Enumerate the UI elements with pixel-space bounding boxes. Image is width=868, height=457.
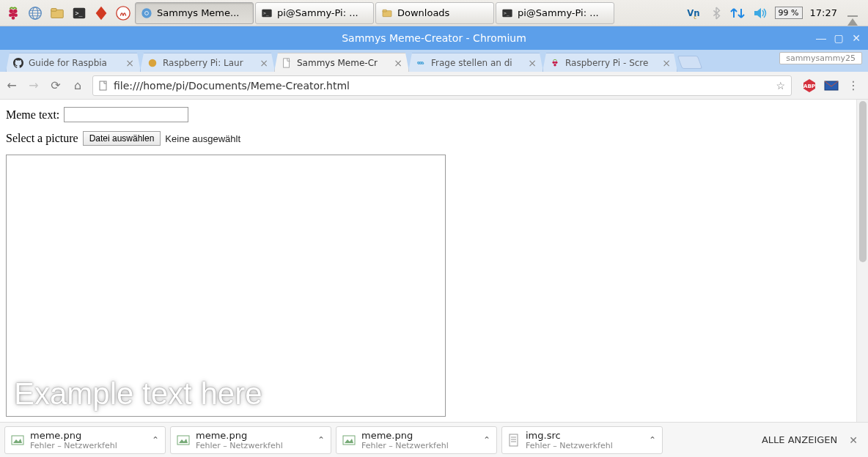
tab-frage-stellen[interactable]: Frage stellen an di ×: [408, 53, 543, 72]
file-status-text: Keine ausgewählt: [165, 133, 240, 144]
svg-point-32: [553, 61, 556, 64]
window-minimize-button[interactable]: ―: [814, 31, 828, 45]
svg-text:>_: >_: [504, 10, 510, 16]
scrollbar-thumb[interactable]: [859, 101, 867, 262]
terminal-icon[interactable]: >_: [69, 3, 89, 23]
image-file-icon: [11, 434, 24, 447]
svg-text:V: V: [687, 7, 694, 18]
page-scrollbar[interactable]: [856, 100, 868, 422]
meme-text-input[interactable]: [64, 107, 188, 122]
taskbar-app-label: Downloads: [397, 7, 449, 18]
svg-point-1: [13, 9, 18, 13]
github-icon: [12, 57, 24, 69]
taskbar-app-label: pi@Sammy-Pi: ...: [277, 7, 358, 18]
taskbar-app-chromium[interactable]: Sammys Meme...: [135, 2, 254, 24]
home-button[interactable]: ⌂: [70, 78, 85, 92]
eject-icon[interactable]: [845, 7, 861, 18]
tab-label: Frage stellen an di: [431, 58, 512, 68]
terminal-icon: >_: [260, 7, 273, 20]
download-item[interactable]: meme.png Fehler – Netzwerkfehl ⌃: [4, 426, 166, 454]
download-item[interactable]: img.src Fehler – Netzwerkfehl ⌃: [501, 426, 663, 454]
back-button[interactable]: ←: [4, 78, 19, 92]
web-browser-icon[interactable]: [25, 3, 45, 23]
svg-point-19: [145, 12, 148, 15]
user-badge[interactable]: sammysammy25: [779, 52, 862, 64]
close-icon[interactable]: ×: [125, 57, 134, 69]
wolfram-icon[interactable]: [113, 3, 133, 23]
downloads-bar: meme.png Fehler – Netzwerkfehl ⌃ meme.pn…: [0, 422, 868, 457]
mail-extension-icon[interactable]: [824, 80, 839, 92]
tab-raspberry-pi-scre[interactable]: Raspberry Pi - Scre ×: [542, 53, 677, 72]
download-filename: meme.png: [361, 430, 449, 441]
favicon-icon: [147, 57, 158, 69]
svg-point-0: [10, 9, 14, 13]
download-item[interactable]: meme.png Fehler – Netzwerkfehl ⌃: [336, 426, 497, 454]
tab-guide-raspbian[interactable]: Guide for Raspbia ×: [6, 53, 141, 72]
tab-label: Raspberry Pi - Scre: [565, 58, 648, 68]
tab-sammys-meme[interactable]: Sammys Meme-Cr ×: [274, 53, 409, 72]
vnc-icon[interactable]: Vnc: [687, 7, 703, 20]
select-picture-label: Select a picture: [6, 132, 78, 145]
taskbar-app-label: pi@Sammy-Pi: ...: [518, 7, 599, 18]
image-file-icon: [342, 434, 356, 447]
battery-indicator[interactable]: 99 %: [775, 7, 803, 19]
tab-label: Raspberry Pi: Laur: [163, 58, 243, 68]
window-close-button[interactable]: ✕: [849, 31, 864, 45]
svg-point-4: [14, 13, 18, 17]
menu-raspberry-icon[interactable]: [3, 3, 23, 23]
svg-point-34: [553, 63, 556, 66]
menu-button[interactable]: ⋮: [846, 78, 861, 92]
chevron-up-icon[interactable]: ⌃: [317, 435, 325, 445]
clock[interactable]: 17:27: [810, 7, 837, 18]
svg-point-16: [117, 6, 130, 19]
forward-button[interactable]: →: [26, 78, 41, 92]
bluetooth-icon[interactable]: [710, 7, 722, 20]
chevron-up-icon[interactable]: ⌃: [649, 435, 656, 445]
download-status: Fehler – Netzwerkfehl: [30, 441, 117, 450]
meme-overlay-text: Example text here: [14, 376, 262, 412]
bookmark-star-icon[interactable]: ☆: [776, 80, 785, 92]
taskbar-app-filemanager[interactable]: Downloads: [375, 2, 494, 24]
file-icon: [99, 81, 108, 91]
mathematica-icon[interactable]: [91, 3, 111, 23]
download-filename: img.src: [526, 430, 613, 441]
address-bar[interactable]: file:///home/pi/Documents/Meme-Creator.h…: [92, 75, 792, 96]
close-icon[interactable]: ×: [528, 57, 537, 69]
system-tray: Vnc 99 % 17:27: [687, 6, 865, 21]
close-icon[interactable]: ×: [394, 57, 402, 69]
close-icon[interactable]: ×: [662, 57, 671, 69]
window-maximize-button[interactable]: ▢: [831, 31, 846, 45]
download-status: Fehler – Netzwerkfehl: [196, 441, 283, 450]
new-tab-button[interactable]: [677, 56, 703, 69]
svg-rect-41: [177, 436, 189, 445]
svg-rect-45: [510, 434, 518, 446]
show-all-downloads-link[interactable]: ALLE ANZEIGEN: [762, 434, 837, 445]
close-icon[interactable]: ×: [260, 57, 268, 69]
file-manager-icon[interactable]: [47, 3, 67, 23]
svg-point-5: [12, 16, 15, 20]
reload-button[interactable]: ⟳: [48, 78, 63, 92]
svg-marker-29: [754, 8, 761, 18]
browser-toolbar: ← → ⟳ ⌂ file:///home/pi/Documents/Meme-C…: [0, 72, 868, 100]
download-status: Fehler – Netzwerkfehl: [526, 441, 613, 450]
infinity-icon: [415, 57, 427, 69]
volume-icon[interactable]: [753, 7, 768, 20]
download-filename: meme.png: [30, 430, 117, 441]
file-icon: [281, 57, 293, 69]
chevron-up-icon[interactable]: ⌃: [483, 435, 490, 445]
svg-rect-43: [343, 436, 355, 445]
svg-point-30: [149, 59, 157, 67]
tab-label: Guide for Raspbia: [29, 58, 107, 68]
taskbar-app-terminal1[interactable]: >_ pi@Sammy-Pi: ...: [255, 2, 374, 24]
taskbar-app-terminal2[interactable]: >_ pi@Sammy-Pi: ...: [496, 2, 614, 24]
tab-raspberry-pi-laur[interactable]: Raspberry Pi: Laur ×: [140, 53, 275, 72]
download-item[interactable]: meme.png Fehler – Netzwerkfehl ⌃: [170, 426, 331, 454]
window-titlebar: Sammys Meme-Creator - Chromium ― ▢ ✕: [0, 26, 868, 50]
taskbar-app-label: Sammys Meme...: [157, 7, 239, 18]
file-choose-button[interactable]: Datei auswählen: [83, 131, 161, 146]
chevron-up-icon[interactable]: ⌃: [152, 435, 159, 445]
close-downloads-bar-button[interactable]: ✕: [849, 434, 858, 446]
terminal-icon: >_: [501, 7, 514, 20]
abp-extension-icon[interactable]: ABP: [802, 78, 817, 93]
network-icon[interactable]: [729, 6, 746, 21]
